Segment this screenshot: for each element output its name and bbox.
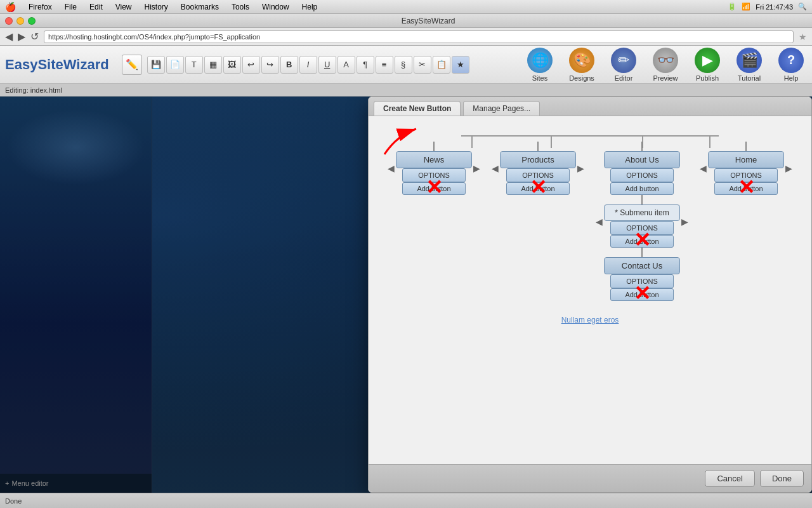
- footer-link[interactable]: Nullam eget eros: [561, 316, 619, 324]
- news-right-arrow[interactable]: ▶: [473, 163, 480, 173]
- about-right-arrow[interactable]: ▶: [681, 217, 688, 227]
- footer-link-area: Nullam eget eros: [381, 314, 799, 325]
- table-button[interactable]: ▦: [204, 56, 222, 74]
- submenu-item[interactable]: * Submenu item: [604, 204, 680, 221]
- reload-button[interactable]: ↺: [30, 30, 39, 43]
- about-vert-connector: [641, 142, 643, 151]
- submenu-options-button[interactable]: OPTIONS: [610, 221, 674, 235]
- home-group-wrapper: ◀ Home OPTIONS Add button ✕ ▶: [700, 142, 792, 195]
- traffic-lights: [5, 17, 36, 25]
- nav-main-row: ◀ News OPTIONS Add button ✕: [381, 142, 799, 301]
- menu-tools[interactable]: Tools: [229, 3, 252, 11]
- menu-edit[interactable]: Edit: [87, 3, 105, 11]
- sites-label: Sites: [532, 74, 547, 82]
- menubar-right: 🔋 📶 Fri 21:47:43 🔍: [728, 3, 807, 11]
- cut-button[interactable]: ✂: [414, 56, 431, 74]
- preview-icon: 👓: [653, 48, 678, 73]
- preview-button[interactable]: 👓 Preview: [650, 48, 681, 82]
- contact-add-button[interactable]: Add button: [610, 288, 674, 301]
- sites-button[interactable]: 🌐 Sites: [524, 48, 556, 82]
- products-button[interactable]: Products: [500, 151, 576, 168]
- submenu-add-wrapper: Add button ✕: [610, 235, 674, 248]
- menu-window[interactable]: Window: [259, 3, 292, 11]
- new-button[interactable]: 📄: [166, 56, 184, 74]
- paste-button[interactable]: 📋: [433, 56, 450, 74]
- italic-button[interactable]: I: [299, 56, 317, 74]
- products-right-arrow[interactable]: ▶: [577, 163, 584, 173]
- underline-button[interactable]: U: [318, 56, 336, 74]
- tutorial-icon: 🎬: [737, 48, 762, 73]
- news-group-wrapper: ◀ News OPTIONS Add button ✕: [388, 142, 480, 195]
- edit-icon-box[interactable]: ✏️: [122, 55, 142, 75]
- undo-button[interactable]: ↩: [242, 56, 260, 74]
- help-button[interactable]: ? Help: [775, 48, 807, 82]
- nav-diagram: ◀ News OPTIONS Add button ✕: [381, 129, 799, 301]
- address-input[interactable]: [44, 30, 794, 43]
- special-button[interactable]: §: [395, 56, 412, 74]
- tutorial-button[interactable]: 🎬 Tutorial: [733, 48, 765, 82]
- news-item-group: News OPTIONS Add button ✕: [396, 142, 472, 195]
- search-icon[interactable]: 🔍: [798, 3, 807, 11]
- back-button[interactable]: ◀: [5, 30, 13, 43]
- help-icon: ?: [778, 48, 804, 73]
- editing-bar: Editing: index.html: [0, 84, 812, 97]
- publish-button[interactable]: ▶ Publish: [691, 48, 723, 82]
- home-add-button[interactable]: Add button: [714, 182, 778, 195]
- title-bar: EasySiteWizard: [0, 14, 812, 28]
- apple-menu[interactable]: 🍎: [5, 2, 16, 12]
- menu-bookmarks[interactable]: Bookmarks: [178, 3, 221, 11]
- about-add-button[interactable]: Add button: [610, 182, 674, 195]
- main-area: + Menu editor Create New Button Manage P…: [0, 97, 812, 493]
- menubar: 🍎 Firefox File Edit View History Bookmar…: [0, 0, 812, 14]
- preview-label: Preview: [653, 74, 678, 82]
- bold-button[interactable]: B: [280, 56, 298, 74]
- menu-help[interactable]: Help: [299, 3, 320, 11]
- news-options-button[interactable]: OPTIONS: [402, 168, 466, 182]
- home-left-arrow[interactable]: ◀: [700, 163, 707, 173]
- font-color-button[interactable]: A: [337, 56, 355, 74]
- list-button[interactable]: ≡: [376, 56, 393, 74]
- tutorial-label: Tutorial: [738, 74, 761, 82]
- forward-button[interactable]: ▶: [18, 30, 25, 43]
- close-button[interactable]: [5, 17, 13, 25]
- news-vert-connector: [433, 142, 435, 151]
- redo-button[interactable]: ↪: [261, 56, 279, 74]
- about-left-arrow[interactable]: ◀: [596, 217, 603, 227]
- tab-create-new-button[interactable]: Create New Button: [374, 101, 461, 116]
- products-add-button[interactable]: Add button: [506, 182, 570, 195]
- contact-button[interactable]: Contact Us: [604, 257, 680, 274]
- designs-button[interactable]: 🎨 Designs: [566, 48, 598, 82]
- tab-manage-pages[interactable]: Manage Pages...: [463, 101, 540, 116]
- star-button[interactable]: ★: [452, 56, 469, 74]
- paragraph-button[interactable]: ¶: [357, 56, 374, 74]
- products-left-arrow[interactable]: ◀: [492, 163, 499, 173]
- cancel-button[interactable]: Cancel: [705, 470, 754, 487]
- menu-view[interactable]: View: [113, 3, 134, 11]
- news-add-button[interactable]: Add button: [402, 182, 466, 195]
- home-button[interactable]: Home: [708, 151, 784, 168]
- image-button[interactable]: 🖼: [223, 56, 241, 74]
- window-title: EasySiteWizard: [402, 17, 455, 25]
- home-options-button[interactable]: OPTIONS: [714, 168, 778, 182]
- about-options-button[interactable]: OPTIONS: [610, 168, 674, 182]
- text-button[interactable]: T: [185, 56, 203, 74]
- save-button[interactable]: 💾: [147, 56, 165, 74]
- home-vert-connector: [745, 142, 747, 151]
- menu-firefox[interactable]: Firefox: [26, 3, 55, 11]
- battery-icon: 🔋: [728, 3, 737, 11]
- contact-options-button[interactable]: OPTIONS: [610, 274, 674, 288]
- done-button[interactable]: Done: [760, 470, 804, 487]
- products-options-button[interactable]: OPTIONS: [506, 168, 570, 182]
- products-add-wrapper: Add button ✕: [506, 182, 570, 195]
- menu-history[interactable]: History: [142, 3, 171, 11]
- news-button[interactable]: News: [396, 151, 472, 168]
- minimize-button[interactable]: [16, 17, 24, 25]
- menu-file[interactable]: File: [62, 3, 79, 11]
- maximize-button[interactable]: [28, 17, 36, 25]
- submenu-add-button[interactable]: Add button: [610, 235, 674, 248]
- editor-button[interactable]: ✏ Editor: [608, 48, 639, 82]
- about-button[interactable]: About Us: [604, 151, 680, 168]
- home-right-arrow[interactable]: ▶: [785, 163, 792, 173]
- news-left-arrow[interactable]: ◀: [388, 163, 395, 173]
- bookmark-button[interactable]: ★: [799, 32, 807, 42]
